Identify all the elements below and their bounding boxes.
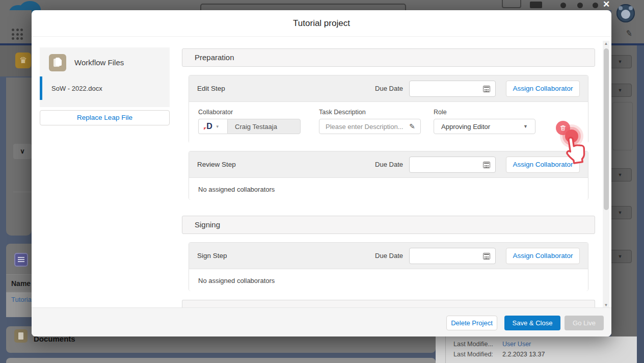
page-background-strip bbox=[0, 76, 6, 363]
task-description-label: Task Description bbox=[319, 109, 366, 116]
sign-step-card: Sign Step Due Date Assign Collaborator N… bbox=[189, 242, 588, 291]
related-list-icon bbox=[14, 253, 28, 267]
trash-icon bbox=[559, 124, 567, 132]
collaborator-label: Collaborator bbox=[198, 109, 233, 116]
replace-leap-file-button[interactable]: Replace Leap File bbox=[40, 110, 170, 125]
modal-scrollbar[interactable]: ▲ ▼ bbox=[603, 41, 609, 308]
chevron-down-icon: ▼ bbox=[216, 124, 220, 129]
go-live-button[interactable]: Go Live bbox=[565, 316, 604, 330]
calendar-icon bbox=[483, 86, 490, 92]
favorites-button bbox=[502, 0, 521, 8]
header-toolbar-icon bbox=[530, 2, 542, 8]
workflow-files-title: Workflow Files bbox=[74, 58, 124, 67]
last-modified-label: Last Modified: bbox=[453, 351, 493, 358]
no-collaborators-text: No assigned collaborators bbox=[189, 269, 588, 284]
user-avatar bbox=[616, 4, 635, 22]
step-name: Review Step bbox=[197, 161, 375, 168]
notifications-bell-icon bbox=[593, 3, 598, 8]
collaborator-name-input[interactable] bbox=[227, 119, 301, 134]
assign-collaborator-button[interactable]: Assign Collaborator bbox=[506, 81, 580, 97]
background-picklist: ▼ bbox=[608, 55, 632, 68]
step-name: Sign Step bbox=[197, 252, 375, 260]
help-icon bbox=[560, 3, 566, 8]
background-card-edge bbox=[6, 358, 436, 363]
chevron-down-icon: ▼ bbox=[523, 124, 528, 129]
divider bbox=[13, 192, 32, 192]
table-name-header: Name bbox=[6, 274, 32, 292]
no-collaborators-text: No assigned collaborators bbox=[189, 178, 588, 193]
due-date-input[interactable] bbox=[409, 248, 496, 264]
delete-project-button[interactable]: Delete Project bbox=[446, 316, 497, 330]
divider bbox=[445, 336, 446, 363]
calendar-icon bbox=[483, 253, 490, 260]
setup-gear-icon bbox=[577, 3, 583, 8]
task-description-input[interactable] bbox=[319, 123, 409, 131]
workflow-files-panel: Workflow Files SoW - 2022.docx bbox=[40, 47, 170, 107]
due-date-input[interactable] bbox=[409, 81, 496, 97]
background-picklist: ▼ bbox=[608, 168, 632, 182]
calendar-icon bbox=[483, 162, 490, 168]
page-background-strip bbox=[637, 45, 644, 363]
edit-step-card: Edit Step Due Date Assign Collaborator C… bbox=[189, 75, 588, 143]
section-header-preparation: Preparation bbox=[182, 48, 595, 67]
table-row-link: Tutoria bbox=[6, 292, 32, 317]
due-date-label: Due Date bbox=[375, 252, 403, 260]
background-field-outline bbox=[612, 102, 633, 150]
assign-collaborator-button[interactable]: Assign Collaborator bbox=[506, 248, 580, 264]
due-date-label: Due Date bbox=[375, 161, 403, 168]
step-name: Edit Step bbox=[197, 85, 375, 92]
app-launcher-icon bbox=[12, 29, 23, 40]
due-date-label: Due Date bbox=[375, 85, 403, 92]
task-description-field: ✎ bbox=[319, 119, 421, 134]
last-modified-by-label: Last Modifie... bbox=[453, 341, 493, 348]
role-value: Approving Editor bbox=[441, 123, 490, 131]
due-date-input[interactable] bbox=[409, 157, 496, 173]
tutorial-project-modal: Tutorial project Workflow Files SoW - 20… bbox=[32, 10, 611, 336]
app-crown-icon: ♛ bbox=[15, 53, 31, 68]
background-picklist: ▼ bbox=[608, 250, 632, 263]
last-modified-value: 2.2.2023 13.37 bbox=[502, 351, 545, 358]
role-select[interactable]: Approving Editor ▼ bbox=[434, 119, 535, 134]
close-icon[interactable]: ✕ bbox=[603, 0, 610, 10]
save-and-close-button[interactable]: Save & Close bbox=[504, 316, 560, 330]
collaborator-source-dropdown[interactable]: D ▼ bbox=[198, 119, 227, 134]
workflow-files-icon bbox=[49, 54, 66, 71]
review-step-card: Review Step Due Date Assign Collaborator… bbox=[189, 151, 588, 200]
scrollbar-thumb[interactable] bbox=[604, 48, 609, 210]
pencil-icon[interactable]: ✎ bbox=[409, 122, 415, 131]
background-picklist: ▼ bbox=[608, 206, 632, 219]
background-picklist: ▼ bbox=[608, 84, 632, 97]
hand-cursor-icon bbox=[560, 134, 587, 166]
last-modified-by-link: User User bbox=[502, 341, 531, 348]
section-chevron-down-icon: ∨ bbox=[13, 144, 32, 159]
section-header-signing: Signing bbox=[182, 216, 595, 234]
modal-footer: Delete Project Save & Close Go Live bbox=[32, 307, 611, 336]
docue-logo-icon: D bbox=[206, 122, 212, 131]
modal-title: Tutorial project bbox=[32, 10, 611, 37]
next-section-partial bbox=[182, 300, 595, 307]
scroll-up-arrow[interactable]: ▲ bbox=[603, 41, 609, 47]
document-file-icon bbox=[14, 329, 28, 343]
workflow-file-item[interactable]: SoW - 2022.docx bbox=[40, 76, 170, 100]
role-label: Role bbox=[434, 109, 447, 116]
